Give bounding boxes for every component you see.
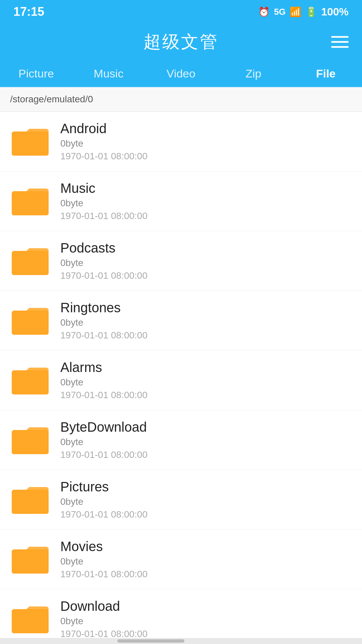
tab-picture[interactable]: Picture [0, 60, 72, 87]
menu-button[interactable] [331, 36, 349, 48]
folder-icon-movies [10, 543, 50, 576]
folder-info-podcasts: Podcasts 0byte 1970-01-01 08:00:00 [60, 240, 147, 281]
folder-item-bytedownload[interactable]: ByteDownload 0byte 1970-01-01 08:00:00 [0, 410, 362, 470]
folder-icon-ringtones [10, 304, 50, 337]
svg-rect-11 [12, 433, 49, 454]
folder-date-pictures: 1970-01-01 08:00:00 [60, 509, 147, 520]
folder-name-podcasts: Podcasts [60, 240, 147, 256]
folder-name-alarms: Alarms [60, 360, 147, 375]
folder-icon-music [10, 184, 50, 218]
folder-icon-download [10, 602, 50, 636]
folder-info-ringtones: Ringtones 0byte 1970-01-01 08:00:00 [60, 300, 147, 341]
tab-video[interactable]: Video [145, 60, 217, 87]
app-title: 超级文管 [143, 30, 219, 54]
folder-item-pictures[interactable]: Pictures 0byte 1970-01-01 08:00:00 [0, 470, 362, 530]
folder-size-alarms: 0byte [60, 377, 147, 388]
svg-rect-3 [12, 194, 49, 215]
folder-item-android[interactable]: Android 0byte 1970-01-01 08:00:00 [0, 112, 362, 171]
svg-rect-5 [12, 254, 49, 275]
battery-text: 100% [321, 6, 349, 18]
menu-line-2 [331, 41, 349, 43]
folder-date-alarms: 1970-01-01 08:00:00 [60, 390, 147, 400]
folder-name-download: Download [60, 599, 147, 614]
folder-date-ringtones: 1970-01-01 08:00:00 [60, 330, 147, 341]
signal-icon: 📶 [290, 6, 301, 17]
folder-name-movies: Movies [60, 539, 147, 554]
svg-rect-13 [12, 492, 49, 514]
svg-rect-15 [12, 552, 49, 574]
folder-item-movies[interactable]: Movies 0byte 1970-01-01 08:00:00 [0, 530, 362, 589]
folder-date-music: 1970-01-01 08:00:00 [60, 211, 147, 221]
svg-rect-7 [12, 313, 49, 335]
alarm-icon: ⏰ [258, 6, 270, 17]
tab-music[interactable]: Music [72, 60, 145, 87]
menu-line-3 [331, 46, 349, 48]
folder-size-bytedownload: 0byte [60, 437, 147, 447]
folder-size-download: 0byte [60, 616, 147, 627]
status-time: 17:15 [13, 5, 44, 19]
app-header: 超级文管 [0, 23, 362, 60]
folder-item-music[interactable]: Music 0byte 1970-01-01 08:00:00 [0, 171, 362, 231]
current-path: /storage/emulated/0 [10, 94, 93, 104]
folder-date-movies: 1970-01-01 08:00:00 [60, 569, 147, 580]
folder-info-alarms: Alarms 0byte 1970-01-01 08:00:00 [60, 360, 147, 400]
folder-info-movies: Movies 0byte 1970-01-01 08:00:00 [60, 539, 147, 580]
folder-size-android: 0byte [60, 138, 147, 149]
svg-rect-1 [12, 134, 49, 156]
status-bar: 17:15 ⏰ 5G 📶 🔋 100% [0, 0, 362, 23]
folder-icon-pictures [10, 483, 50, 517]
status-icons: ⏰ 5G 📶 🔋 100% [258, 6, 349, 18]
folder-icon-android [10, 125, 50, 158]
scrollbar-thumb[interactable] [117, 639, 184, 643]
folder-size-movies: 0byte [60, 556, 147, 567]
folder-item-download[interactable]: Download 0byte 1970-01-01 08:00:00 [0, 589, 362, 644]
path-bar: /storage/emulated/0 [0, 87, 362, 112]
svg-rect-9 [12, 373, 49, 394]
battery-icon: 🔋 [305, 6, 317, 17]
scrollbar[interactable] [0, 638, 362, 644]
folder-icon-podcasts [10, 244, 50, 278]
folder-item-alarms[interactable]: Alarms 0byte 1970-01-01 08:00:00 [0, 351, 362, 410]
tab-bar: PictureMusicVideoZipFile [0, 60, 362, 87]
folder-date-podcasts: 1970-01-01 08:00:00 [60, 270, 147, 281]
svg-rect-17 [12, 612, 49, 633]
tab-zip[interactable]: Zip [217, 60, 290, 87]
folder-icon-alarms [10, 364, 50, 397]
network-icon: 5G [274, 7, 286, 17]
folder-date-android: 1970-01-01 08:00:00 [60, 151, 147, 162]
folder-size-podcasts: 0byte [60, 258, 147, 268]
folder-info-android: Android 0byte 1970-01-01 08:00:00 [60, 121, 147, 162]
folder-info-download: Download 0byte 1970-01-01 08:00:00 [60, 599, 147, 639]
folder-info-music: Music 0byte 1970-01-01 08:00:00 [60, 181, 147, 221]
folder-name-music: Music [60, 181, 147, 196]
folder-name-pictures: Pictures [60, 479, 147, 494]
folder-name-ringtones: Ringtones [60, 300, 147, 315]
folder-icon-bytedownload [10, 423, 50, 457]
folder-info-bytedownload: ByteDownload 0byte 1970-01-01 08:00:00 [60, 420, 147, 460]
folder-size-pictures: 0byte [60, 496, 147, 507]
folder-name-android: Android [60, 121, 147, 136]
folder-item-podcasts[interactable]: Podcasts 0byte 1970-01-01 08:00:00 [0, 231, 362, 291]
folder-size-music: 0byte [60, 198, 147, 209]
folder-size-ringtones: 0byte [60, 317, 147, 328]
menu-line-1 [331, 36, 349, 38]
folder-date-bytedownload: 1970-01-01 08:00:00 [60, 449, 147, 460]
folder-name-bytedownload: ByteDownload [60, 420, 147, 435]
folder-info-pictures: Pictures 0byte 1970-01-01 08:00:00 [60, 479, 147, 520]
folder-list: Android 0byte 1970-01-01 08:00:00 Music … [0, 112, 362, 644]
folder-item-ringtones[interactable]: Ringtones 0byte 1970-01-01 08:00:00 [0, 291, 362, 351]
tab-file[interactable]: File [290, 60, 362, 87]
